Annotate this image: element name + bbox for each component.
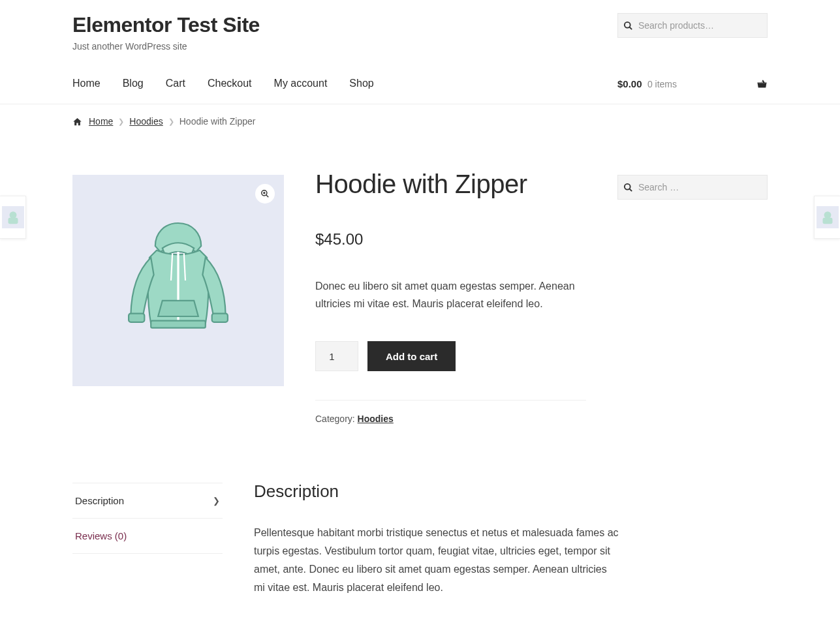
- chevron-right-icon: ❯: [168, 117, 174, 126]
- add-to-cart-form: Add to cart: [315, 341, 586, 371]
- chevron-right-icon: ❯: [118, 117, 124, 126]
- breadcrumb-category[interactable]: Hoodies: [129, 116, 163, 127]
- tab-reviews-label: Reviews (0): [75, 530, 127, 541]
- search-icon: [618, 183, 638, 192]
- product-price: $45.00: [315, 230, 586, 249]
- sidebar-search[interactable]: [617, 175, 768, 200]
- svg-rect-2: [8, 218, 18, 224]
- svg-point-6: [625, 22, 630, 27]
- nav-my-account[interactable]: My account: [274, 78, 328, 89]
- product-short-description: Donec eu libero sit amet quam egestas se…: [315, 277, 576, 312]
- header-cart-link[interactable]: $0.00 0 items: [617, 78, 768, 89]
- primary-nav: Home Blog Cart Checkout My account Shop: [72, 78, 374, 89]
- breadcrumb-home[interactable]: Home: [89, 116, 113, 127]
- hoodie-illustration: [106, 209, 250, 352]
- next-product-thumb[interactable]: [814, 196, 840, 239]
- svg-point-4: [824, 211, 831, 219]
- category-link[interactable]: Hoodies: [358, 414, 394, 424]
- svg-line-10: [266, 195, 269, 198]
- product-search[interactable]: [617, 13, 768, 38]
- cart-amount: $0.00: [617, 78, 642, 89]
- breadcrumb: Home ❯ Hoodies ❯ Hoodie with Zipper: [72, 104, 768, 136]
- product-meta: Category: Hoodies: [315, 400, 586, 424]
- svg-rect-8: [758, 83, 766, 87]
- tab-reviews[interactable]: Reviews (0): [72, 518, 223, 554]
- quantity-input[interactable]: [315, 341, 358, 371]
- svg-rect-14: [129, 314, 144, 322]
- site-title[interactable]: Elementor Test Site: [72, 13, 260, 37]
- svg-line-20: [629, 189, 632, 191]
- home-icon: [72, 117, 82, 127]
- svg-point-19: [625, 183, 630, 189]
- category-label: Category:: [315, 414, 358, 424]
- svg-point-1: [9, 211, 16, 219]
- product-search-input[interactable]: [638, 14, 767, 37]
- breadcrumb-current: Hoodie with Zipper: [179, 116, 256, 127]
- svg-rect-16: [151, 321, 206, 328]
- tab-description[interactable]: Description ❯: [72, 483, 223, 518]
- nav-shop[interactable]: Shop: [349, 78, 373, 89]
- product-image[interactable]: [72, 175, 284, 386]
- search-icon: [618, 21, 638, 31]
- product-tabs: Description ❯ Reviews (0): [72, 483, 223, 597]
- add-to-cart-button[interactable]: Add to cart: [367, 341, 456, 371]
- sidebar-search-input[interactable]: [638, 175, 767, 199]
- tab-content-body: Pellentesque habitant morbi tristique se…: [254, 524, 619, 597]
- prev-product-thumb[interactable]: [0, 196, 26, 239]
- site-tagline: Just another WordPress site: [72, 41, 260, 52]
- product-title: Hoodie with Zipper: [315, 170, 586, 199]
- nav-checkout[interactable]: Checkout: [208, 78, 252, 89]
- nav-cart[interactable]: Cart: [166, 78, 185, 89]
- cart-count: 0 items: [647, 79, 677, 89]
- svg-rect-15: [212, 314, 228, 322]
- zoom-icon[interactable]: [255, 184, 275, 204]
- tab-content-heading: Description: [254, 481, 679, 502]
- basket-icon: [756, 78, 768, 89]
- tab-description-label: Description: [75, 495, 124, 506]
- svg-rect-5: [822, 218, 832, 224]
- nav-home[interactable]: Home: [72, 78, 101, 89]
- chevron-right-icon: ❯: [213, 496, 220, 506]
- nav-blog[interactable]: Blog: [123, 78, 144, 89]
- svg-line-7: [629, 27, 632, 29]
